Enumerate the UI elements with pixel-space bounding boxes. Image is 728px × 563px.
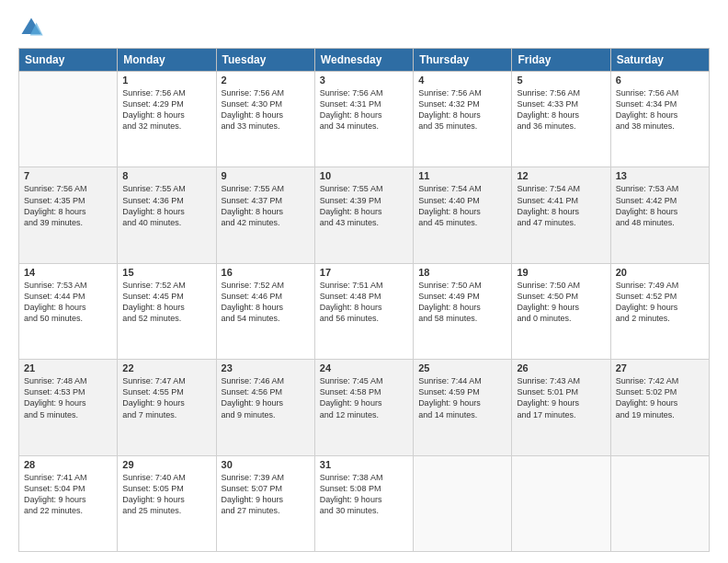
- header: [18, 15, 710, 40]
- day-cell: 10Sunrise: 7:55 AM Sunset: 4:39 PM Dayli…: [314, 167, 413, 263]
- day-cell: 1Sunrise: 7:56 AM Sunset: 4:29 PM Daylig…: [118, 72, 216, 167]
- day-number: 8: [122, 170, 210, 181]
- day-info: Sunrise: 7:50 AM Sunset: 4:50 PM Dayligh…: [517, 280, 605, 325]
- day-info: Sunrise: 7:56 AM Sunset: 4:32 PM Dayligh…: [418, 87, 506, 132]
- weekday-header-friday: Friday: [512, 49, 610, 72]
- day-info: Sunrise: 7:53 AM Sunset: 4:44 PM Dayligh…: [24, 280, 112, 325]
- weekday-header-wednesday: Wednesday: [314, 49, 413, 72]
- day-info: Sunrise: 7:55 AM Sunset: 4:36 PM Dayligh…: [122, 183, 210, 228]
- day-number: 26: [517, 362, 605, 373]
- weekday-header-saturday: Saturday: [610, 49, 709, 72]
- day-info: Sunrise: 7:53 AM Sunset: 4:42 PM Dayligh…: [616, 183, 704, 228]
- day-cell: 22Sunrise: 7:47 AM Sunset: 4:55 PM Dayli…: [118, 360, 216, 455]
- day-info: Sunrise: 7:56 AM Sunset: 4:34 PM Dayligh…: [616, 87, 704, 132]
- day-number: 10: [320, 170, 408, 181]
- day-info: Sunrise: 7:48 AM Sunset: 4:53 PM Dayligh…: [24, 375, 112, 420]
- day-info: Sunrise: 7:47 AM Sunset: 4:55 PM Dayligh…: [122, 375, 210, 420]
- week-row-2: 7Sunrise: 7:56 AM Sunset: 4:35 PM Daylig…: [19, 167, 710, 263]
- weekday-header-thursday: Thursday: [414, 49, 512, 72]
- day-cell: 24Sunrise: 7:45 AM Sunset: 4:58 PM Dayli…: [314, 360, 413, 455]
- day-number: 13: [616, 170, 704, 181]
- day-info: Sunrise: 7:45 AM Sunset: 4:58 PM Dayligh…: [320, 375, 408, 420]
- week-row-3: 14Sunrise: 7:53 AM Sunset: 4:44 PM Dayli…: [19, 263, 710, 359]
- day-cell: 17Sunrise: 7:51 AM Sunset: 4:48 PM Dayli…: [314, 263, 413, 359]
- day-number: 17: [320, 267, 408, 278]
- day-cell: [512, 455, 610, 551]
- day-info: Sunrise: 7:54 AM Sunset: 4:41 PM Dayligh…: [517, 183, 605, 228]
- day-info: Sunrise: 7:55 AM Sunset: 4:37 PM Dayligh…: [222, 183, 310, 228]
- calendar-table: SundayMondayTuesdayWednesdayThursdayFrid…: [18, 48, 710, 552]
- week-row-1: 1Sunrise: 7:56 AM Sunset: 4:29 PM Daylig…: [19, 72, 710, 167]
- weekday-header-sunday: Sunday: [19, 49, 118, 72]
- day-info: Sunrise: 7:39 AM Sunset: 5:07 PM Dayligh…: [222, 472, 310, 517]
- day-cell: 5Sunrise: 7:56 AM Sunset: 4:33 PM Daylig…: [512, 72, 610, 167]
- day-cell: 29Sunrise: 7:40 AM Sunset: 5:05 PM Dayli…: [118, 455, 216, 551]
- day-info: Sunrise: 7:42 AM Sunset: 5:02 PM Dayligh…: [616, 375, 704, 420]
- day-info: Sunrise: 7:51 AM Sunset: 4:48 PM Dayligh…: [320, 280, 408, 325]
- day-number: 12: [517, 170, 605, 181]
- day-number: 4: [418, 75, 506, 86]
- day-number: 5: [517, 75, 605, 86]
- day-number: 18: [418, 267, 506, 278]
- day-number: 28: [24, 459, 112, 470]
- day-number: 20: [616, 267, 704, 278]
- day-info: Sunrise: 7:46 AM Sunset: 4:56 PM Dayligh…: [222, 375, 310, 420]
- day-cell: [414, 455, 512, 551]
- day-number: 24: [320, 362, 408, 373]
- day-cell: 4Sunrise: 7:56 AM Sunset: 4:32 PM Daylig…: [414, 72, 512, 167]
- day-cell: [19, 72, 118, 167]
- day-number: 1: [122, 75, 210, 86]
- day-cell: 27Sunrise: 7:42 AM Sunset: 5:02 PM Dayli…: [610, 360, 709, 455]
- day-info: Sunrise: 7:55 AM Sunset: 4:39 PM Dayligh…: [320, 183, 408, 228]
- day-number: 2: [222, 75, 310, 86]
- day-cell: 12Sunrise: 7:54 AM Sunset: 4:41 PM Dayli…: [512, 167, 610, 263]
- day-info: Sunrise: 7:50 AM Sunset: 4:49 PM Dayligh…: [418, 280, 506, 325]
- week-row-4: 21Sunrise: 7:48 AM Sunset: 4:53 PM Dayli…: [19, 360, 710, 455]
- day-cell: 15Sunrise: 7:52 AM Sunset: 4:45 PM Dayli…: [118, 263, 216, 359]
- day-number: 19: [517, 267, 605, 278]
- day-number: 25: [418, 362, 506, 373]
- weekday-header-monday: Monday: [118, 49, 216, 72]
- day-info: Sunrise: 7:41 AM Sunset: 5:04 PM Dayligh…: [24, 472, 112, 517]
- day-number: 7: [24, 170, 112, 181]
- day-cell: 11Sunrise: 7:54 AM Sunset: 4:40 PM Dayli…: [414, 167, 512, 263]
- day-cell: 28Sunrise: 7:41 AM Sunset: 5:04 PM Dayli…: [19, 455, 118, 551]
- day-cell: 2Sunrise: 7:56 AM Sunset: 4:30 PM Daylig…: [216, 72, 314, 167]
- day-cell: [610, 455, 709, 551]
- day-number: 15: [122, 267, 210, 278]
- week-row-5: 28Sunrise: 7:41 AM Sunset: 5:04 PM Dayli…: [19, 455, 710, 551]
- day-cell: 14Sunrise: 7:53 AM Sunset: 4:44 PM Dayli…: [19, 263, 118, 359]
- logo: [18, 15, 48, 40]
- day-info: Sunrise: 7:43 AM Sunset: 5:01 PM Dayligh…: [517, 375, 605, 420]
- weekday-header-tuesday: Tuesday: [216, 49, 314, 72]
- day-number: 3: [320, 75, 408, 86]
- day-number: 27: [616, 362, 704, 373]
- day-info: Sunrise: 7:56 AM Sunset: 4:30 PM Dayligh…: [222, 87, 310, 132]
- day-info: Sunrise: 7:40 AM Sunset: 5:05 PM Dayligh…: [122, 472, 210, 517]
- day-info: Sunrise: 7:44 AM Sunset: 4:59 PM Dayligh…: [418, 375, 506, 420]
- day-info: Sunrise: 7:54 AM Sunset: 4:40 PM Dayligh…: [418, 183, 506, 228]
- day-cell: 31Sunrise: 7:38 AM Sunset: 5:08 PM Dayli…: [314, 455, 413, 551]
- day-cell: 7Sunrise: 7:56 AM Sunset: 4:35 PM Daylig…: [19, 167, 118, 263]
- day-number: 16: [222, 267, 310, 278]
- day-cell: 8Sunrise: 7:55 AM Sunset: 4:36 PM Daylig…: [118, 167, 216, 263]
- day-info: Sunrise: 7:52 AM Sunset: 4:45 PM Dayligh…: [122, 280, 210, 325]
- day-cell: 9Sunrise: 7:55 AM Sunset: 4:37 PM Daylig…: [216, 167, 314, 263]
- day-info: Sunrise: 7:49 AM Sunset: 4:52 PM Dayligh…: [616, 280, 704, 325]
- day-info: Sunrise: 7:56 AM Sunset: 4:33 PM Dayligh…: [517, 87, 605, 132]
- day-cell: 20Sunrise: 7:49 AM Sunset: 4:52 PM Dayli…: [610, 263, 709, 359]
- day-cell: 13Sunrise: 7:53 AM Sunset: 4:42 PM Dayli…: [610, 167, 709, 263]
- day-number: 23: [222, 362, 310, 373]
- day-cell: 21Sunrise: 7:48 AM Sunset: 4:53 PM Dayli…: [19, 360, 118, 455]
- day-cell: 26Sunrise: 7:43 AM Sunset: 5:01 PM Dayli…: [512, 360, 610, 455]
- logo-icon: [18, 15, 44, 40]
- day-cell: 6Sunrise: 7:56 AM Sunset: 4:34 PM Daylig…: [610, 72, 709, 167]
- calendar-page: SundayMondayTuesdayWednesdayThursdayFrid…: [0, 0, 728, 563]
- day-cell: 23Sunrise: 7:46 AM Sunset: 4:56 PM Dayli…: [216, 360, 314, 455]
- day-info: Sunrise: 7:56 AM Sunset: 4:35 PM Dayligh…: [24, 183, 112, 228]
- day-number: 30: [222, 459, 310, 470]
- day-number: 31: [320, 459, 408, 470]
- day-info: Sunrise: 7:56 AM Sunset: 4:29 PM Dayligh…: [122, 87, 210, 132]
- day-number: 11: [418, 170, 506, 181]
- weekday-header-row: SundayMondayTuesdayWednesdayThursdayFrid…: [19, 49, 710, 72]
